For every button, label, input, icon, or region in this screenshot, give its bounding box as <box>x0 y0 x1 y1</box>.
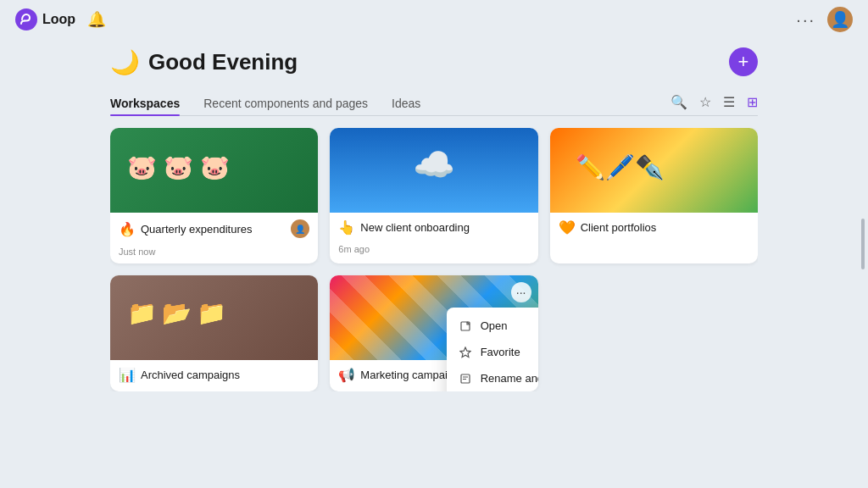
context-menu-item-open[interactable]: Open <box>447 313 538 339</box>
search-icon[interactable]: 🔍 <box>670 94 687 110</box>
open-icon <box>459 320 472 332</box>
card-title-row-archived: 📊 Archived campaigns <box>119 367 240 383</box>
card-image-quarterly <box>110 128 318 213</box>
card-title-row-onboarding: 👆 New client onboarding <box>338 219 470 236</box>
tab-workspaces[interactable]: Workspaces <box>110 92 180 115</box>
tab-ideas[interactable]: Ideas <box>392 92 420 115</box>
loop-logo-icon <box>15 8 37 30</box>
add-button[interactable]: + <box>729 47 758 76</box>
top-nav: Loop 🔔 ··· 👤 <box>0 0 868 39</box>
card-emoji-archived: 📊 <box>119 367 136 383</box>
greeting-section: 🌙 Good Evening + <box>110 47 758 76</box>
card-title-quarterly: Quarterly expenditures <box>141 223 253 236</box>
workspace-card-onboarding[interactable]: 👆 New client onboarding 6m ago <box>330 128 537 263</box>
main-content: 🌙 Good Evening + Workspaces Recent compo… <box>0 39 868 488</box>
greeting-emoji: 🌙 <box>110 48 140 76</box>
bell-icon[interactable]: 🔔 <box>87 10 106 29</box>
workspace-card-archived[interactable]: 📊 Archived campaigns <box>110 275 318 391</box>
workspace-card-quarterly[interactable]: 🔥 Quarterly expenditures 👤 Just now <box>110 128 318 263</box>
card-title-row-portfolios: 🧡 Client portfolios <box>559 219 657 236</box>
card-avatar-quarterly: 👤 <box>291 219 309 238</box>
card-info-archived: 📊 Archived campaigns <box>110 360 318 391</box>
tabs-bar: Workspaces Recent components and pages I… <box>110 92 758 116</box>
context-menu-item-favorite[interactable]: Favorite <box>447 339 538 365</box>
svg-point-0 <box>15 8 37 30</box>
context-menu-item-rename[interactable]: Rename and style <box>447 365 538 391</box>
scrollbar[interactable] <box>861 219 865 269</box>
workspace-grid: 🔥 Quarterly expenditures 👤 Just now 👆 Ne… <box>110 128 758 391</box>
card-sub-quarterly: Just now <box>110 247 318 263</box>
favorite-label: Favorite <box>481 346 520 358</box>
grid-view-icon[interactable]: ⊞ <box>747 94 758 110</box>
context-menu-trigger[interactable]: ··· Open <box>511 282 531 302</box>
card-sub-onboarding: 6m ago <box>330 244 537 261</box>
workspace-card-marketing[interactable]: ··· Open <box>330 275 537 391</box>
open-label: Open <box>481 319 508 332</box>
greeting-text: Good Evening <box>148 49 298 75</box>
card-image-portfolios <box>550 128 758 213</box>
card-info-onboarding: 👆 New client onboarding <box>330 213 537 244</box>
card-info-quarterly: 🔥 Quarterly expenditures 👤 <box>110 213 318 247</box>
more-options-button[interactable]: ··· <box>511 282 531 302</box>
card-emoji-onboarding: 👆 <box>338 219 355 236</box>
tab-recent[interactable]: Recent components and pages <box>203 92 368 115</box>
svg-marker-2 <box>460 347 470 358</box>
tab-view-icons: 🔍 ☆ ☰ ⊞ <box>670 94 758 114</box>
card-title-archived: Archived campaigns <box>141 369 240 381</box>
card-emoji-marketing: 📢 <box>338 367 355 383</box>
user-avatar[interactable]: 👤 <box>827 7 853 32</box>
favorite-icon[interactable]: ☆ <box>699 94 711 110</box>
card-title-row-quarterly: 🔥 Quarterly expenditures <box>119 221 253 237</box>
card-title-portfolios: Client portfolios <box>581 221 657 234</box>
context-menu: Open Favorite <box>447 308 538 391</box>
greeting-left: 🌙 Good Evening <box>110 48 298 76</box>
favorite-menu-icon <box>459 347 472 358</box>
card-image-archived <box>110 275 318 360</box>
workspace-card-portfolios[interactable]: 🧡 Client portfolios <box>550 128 758 263</box>
rename-icon <box>459 373 472 385</box>
card-title-onboarding: New client onboarding <box>360 221 470 234</box>
card-info-portfolios: 🧡 Client portfolios <box>550 213 758 244</box>
logo-area: Loop <box>15 8 75 30</box>
list-view-icon[interactable]: ☰ <box>723 94 735 110</box>
card-emoji-portfolios: 🧡 <box>559 219 576 236</box>
rename-label: Rename and style <box>481 372 538 385</box>
more-options-icon[interactable]: ··· <box>796 10 815 30</box>
card-emoji-quarterly: 🔥 <box>119 221 136 237</box>
app-name: Loop <box>42 12 75 27</box>
card-image-onboarding <box>330 128 537 213</box>
